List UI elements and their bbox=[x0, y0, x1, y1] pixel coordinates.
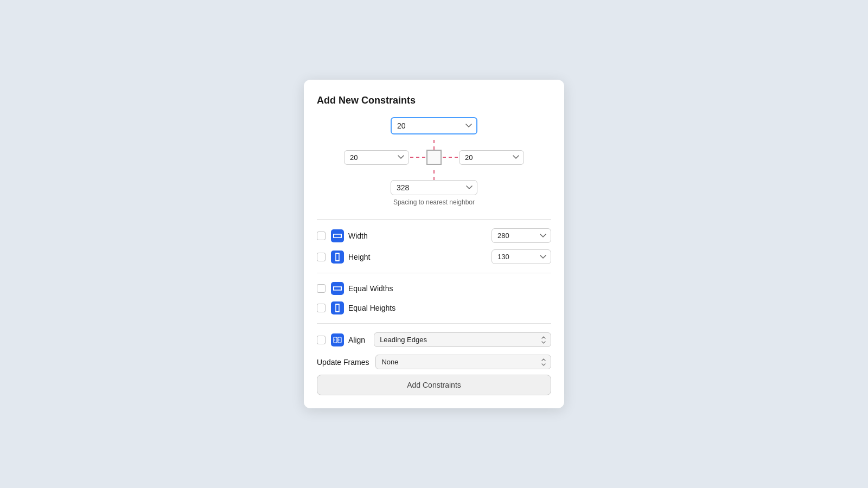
align-icon bbox=[333, 336, 342, 344]
right-dash-h bbox=[443, 157, 458, 158]
height-icon-badge bbox=[331, 251, 344, 264]
equal-heights-row: Equal Heights bbox=[317, 298, 551, 318]
spacing-diagram: 20 10 30 40 20 10 30 20 10 30 bbox=[317, 117, 551, 214]
align-icon-badge bbox=[331, 333, 344, 346]
height-label: Height bbox=[331, 251, 486, 264]
middle-spacing-row: 20 10 30 20 10 30 bbox=[344, 150, 524, 165]
width-checkbox[interactable] bbox=[317, 232, 326, 240]
svg-rect-9 bbox=[336, 304, 339, 312]
equal-widths-icon-badge bbox=[331, 282, 344, 295]
top-spacing-select[interactable]: 20 10 30 40 bbox=[391, 117, 477, 134]
bottom-dashed-line bbox=[433, 170, 435, 180]
spacing-label: Spacing to nearest neighbor bbox=[393, 198, 475, 206]
top-spacing-wrapper: 20 10 30 40 bbox=[391, 117, 477, 134]
svg-rect-0 bbox=[334, 234, 341, 237]
divider-2 bbox=[317, 273, 551, 273]
align-row: Align Leading Edges Trailing Edges Top E… bbox=[317, 329, 551, 350]
width-icon-badge bbox=[331, 229, 344, 242]
height-row: Height 130 50 80 200 bbox=[317, 246, 551, 267]
width-value-select[interactable]: 280 100 200 320 bbox=[492, 228, 551, 243]
width-row: Width 280 100 200 320 bbox=[317, 225, 551, 246]
update-frames-row: Update Frames None Items of New Constrai… bbox=[317, 350, 551, 375]
bottom-spacing-wrapper: 328 100 200 bbox=[391, 180, 477, 195]
equal-heights-icon bbox=[333, 304, 342, 312]
equal-heights-checkbox[interactable] bbox=[317, 304, 326, 312]
width-label: Width bbox=[331, 229, 486, 242]
center-box bbox=[426, 150, 442, 165]
bottom-dash-v bbox=[433, 170, 435, 180]
left-spacing-select[interactable]: 20 10 30 bbox=[344, 150, 409, 165]
update-frames-select[interactable]: None Items of New Constraints All Frames… bbox=[375, 355, 551, 369]
align-value-select[interactable]: Leading Edges Trailing Edges Top Edges B… bbox=[374, 332, 551, 347]
width-icon bbox=[333, 232, 342, 240]
update-frames-label: Update Frames bbox=[317, 358, 369, 367]
right-spacing-select[interactable]: 20 10 30 bbox=[459, 150, 524, 165]
equal-heights-label: Equal Heights bbox=[331, 301, 551, 314]
panel-title: Add New Constraints bbox=[317, 95, 551, 106]
top-dashed-line bbox=[433, 140, 435, 150]
height-icon bbox=[333, 253, 342, 261]
divider-1 bbox=[317, 219, 551, 220]
top-dash-v bbox=[433, 140, 435, 150]
left-dash-h bbox=[410, 157, 425, 158]
add-constraints-button[interactable]: Add Constraints bbox=[317, 375, 551, 395]
svg-rect-3 bbox=[336, 253, 339, 261]
height-checkbox[interactable] bbox=[317, 253, 326, 261]
height-value-select[interactable]: 130 50 80 200 bbox=[492, 249, 551, 264]
bottom-spacing-select[interactable]: 328 100 200 bbox=[391, 180, 477, 195]
equal-widths-row: Equal Widths bbox=[317, 279, 551, 298]
align-label-group: Align bbox=[331, 333, 365, 346]
add-constraints-panel: Add New Constraints 20 10 30 40 20 10 30 bbox=[304, 80, 564, 408]
equal-widths-label: Equal Widths bbox=[331, 282, 551, 295]
divider-3 bbox=[317, 323, 551, 324]
equal-widths-icon bbox=[333, 284, 342, 293]
equal-heights-icon-badge bbox=[331, 301, 344, 314]
svg-rect-6 bbox=[334, 287, 341, 290]
equal-widths-checkbox[interactable] bbox=[317, 284, 326, 293]
align-checkbox[interactable] bbox=[317, 336, 326, 344]
